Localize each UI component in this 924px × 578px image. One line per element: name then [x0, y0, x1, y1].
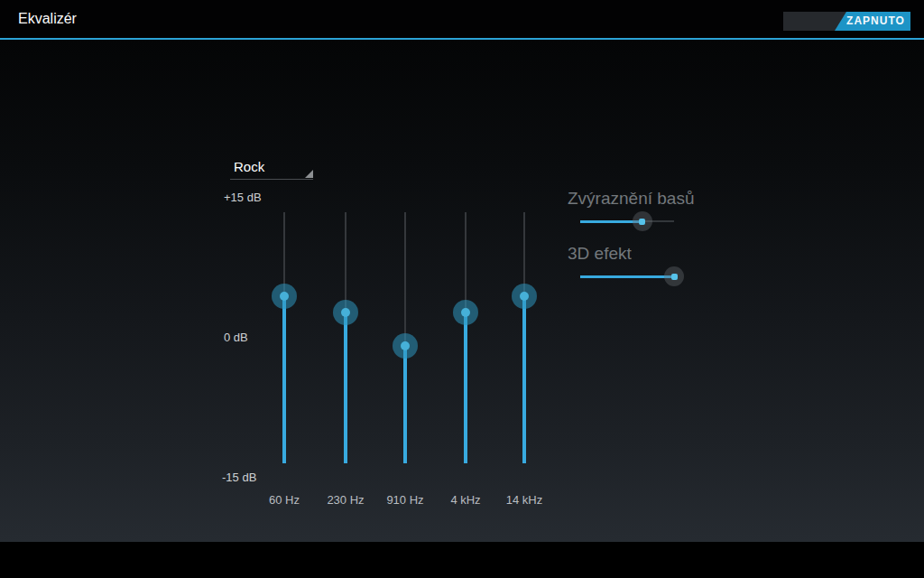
- eq-band-slider[interactable]: [333, 212, 358, 463]
- spinner-corner-icon: [305, 170, 313, 178]
- eq-band-fill: [522, 296, 526, 463]
- scale-label-max: +15 dB: [224, 191, 262, 204]
- preset-spinner[interactable]: Rock: [230, 158, 313, 180]
- effect-3d-label: 3D efekt: [568, 244, 632, 264]
- effect-3d-slider[interactable]: [580, 266, 674, 287]
- eq-band-fill: [282, 296, 286, 463]
- page-title: Ekvalizér: [18, 0, 77, 38]
- scale-label-mid: 0 dB: [224, 331, 248, 344]
- system-bar: 15:37 »: [0, 542, 924, 578]
- eq-band-thumb[interactable]: [333, 300, 358, 325]
- effect-3d-fill: [580, 275, 674, 278]
- eq-band-thumb[interactable]: [393, 333, 418, 359]
- bass-boost-slider[interactable]: [580, 210, 674, 232]
- eq-band-label: 14 kHz: [488, 493, 560, 507]
- effect-3d-thumb[interactable]: [664, 266, 684, 286]
- bass-boost-thumb[interactable]: [633, 211, 652, 231]
- eq-band-slider[interactable]: [393, 212, 418, 463]
- preset-value: Rock: [234, 159, 264, 174]
- bass-boost-label: Zvýraznění basů: [568, 189, 694, 209]
- power-toggle-switch[interactable]: ZAPNUTO: [783, 12, 910, 31]
- eq-band-thumb[interactable]: [453, 300, 478, 325]
- eq-band-slider[interactable]: [272, 212, 297, 463]
- eq-band-thumb[interactable]: [512, 284, 537, 309]
- eq-band-fill: [464, 312, 467, 463]
- equalizer-panel: Rock +15 dB 0 dB -15 dB 60 Hz230 Hz910 H…: [0, 40, 924, 542]
- eq-band-fill: [344, 312, 347, 463]
- eq-band-slider[interactable]: [453, 212, 478, 463]
- eq-band-fill: [403, 346, 407, 463]
- eq-band-slider[interactable]: [512, 212, 537, 463]
- eq-band-thumb[interactable]: [272, 284, 297, 309]
- equalizer-screen: Ekvalizér ZAPNUTO Rock +15 dB 0 dB -15 d…: [0, 0, 924, 578]
- action-bar: Ekvalizér ZAPNUTO: [0, 0, 924, 40]
- scale-label-min: -15 dB: [222, 471, 256, 484]
- power-toggle-on-label: ZAPNUTO: [832, 12, 910, 31]
